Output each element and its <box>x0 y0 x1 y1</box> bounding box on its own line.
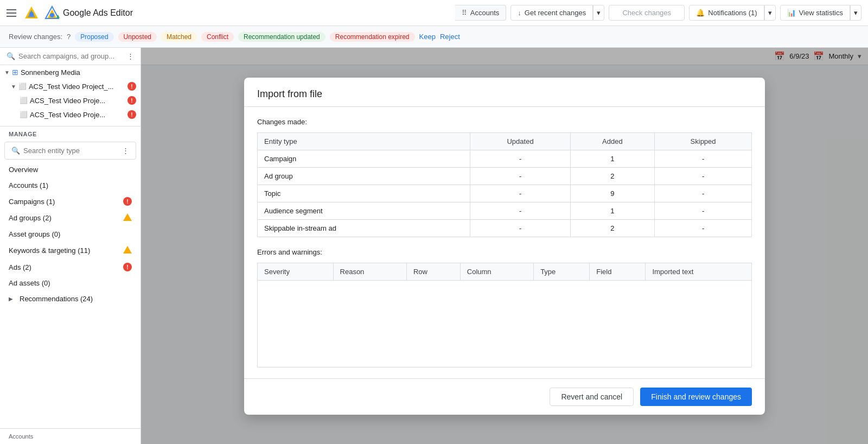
table-row: Campaign - 1 - <box>258 150 752 167</box>
view-statistics-button[interactable]: 📊 View statistics <box>780 5 850 21</box>
modal-overlay: Import from file Changes made: Entity ty… <box>141 48 868 444</box>
search-campaigns-input[interactable] <box>18 52 124 60</box>
chart-icon: 📊 <box>787 9 796 17</box>
ads-error-badge: ! <box>123 263 132 271</box>
chip-matched[interactable]: Matched <box>161 32 197 42</box>
google-ads-logo <box>24 5 39 21</box>
updated-cell: - <box>470 150 570 167</box>
tree-label-sonnenberg: Sonnenberg Media <box>21 68 136 77</box>
modal-body: Changes made: Entity type Updated Added … <box>244 107 765 378</box>
nav-ad-assets[interactable]: Ad assets (0) <box>0 275 141 291</box>
get-recent-changes-button[interactable]: ↓ Get recent changes <box>510 5 593 21</box>
tree-expand-icon: ▼ <box>4 69 10 75</box>
app-title: Google Ads Editor <box>43 4 133 22</box>
changes-section-label: Changes made: <box>257 118 752 126</box>
entity-more-icon[interactable]: ⋮ <box>122 147 129 155</box>
added-cell: 9 <box>570 185 655 202</box>
keep-button[interactable]: Keep <box>419 33 436 41</box>
added-cell: 2 <box>570 219 655 237</box>
search-icon: 🔍 <box>7 52 15 60</box>
more-options-icon[interactable]: ⋮ <box>127 52 134 60</box>
nav-overview[interactable]: Overview <box>0 162 141 177</box>
nav-keywords[interactable]: Keywords & targeting (11) <box>0 242 141 259</box>
download-icon: ↓ <box>518 9 521 17</box>
skipped-cell: - <box>655 185 752 202</box>
search-entity-input[interactable] <box>23 147 119 155</box>
nav-ad-assets-label: Ad assets (0) <box>9 279 132 287</box>
campaigns-error-badge: ! <box>123 197 132 206</box>
col-field: Field <box>590 263 646 280</box>
review-label: Review changes: <box>9 33 62 41</box>
chip-conflict[interactable]: Conflict <box>201 32 234 42</box>
bell-icon: 🔔 <box>696 9 705 17</box>
import-modal: Import from file Changes made: Entity ty… <box>244 78 765 415</box>
revert-cancel-button[interactable]: Revert and cancel <box>550 388 634 406</box>
added-cell: 1 <box>570 202 655 219</box>
nav-accounts[interactable]: Accounts (1) <box>0 177 141 193</box>
account-icon: ⊞ <box>12 68 18 77</box>
added-cell: 1 <box>570 150 655 167</box>
nav-adgroups[interactable]: Ad groups (2) <box>0 210 141 226</box>
accounts-button[interactable]: ⠿ Accounts <box>455 5 506 21</box>
nav-ads[interactable]: Ads (2) ! <box>0 259 141 275</box>
review-bar: Review changes: ? Proposed Unposted Matc… <box>0 26 868 48</box>
adgroups-warning-badge <box>123 213 132 221</box>
updated-cell: - <box>470 202 570 219</box>
entity-search-container: 🔍 ⋮ <box>4 142 136 160</box>
updated-cell: - <box>470 185 570 202</box>
col-reason: Reason <box>333 263 406 280</box>
adgroup-icon2: ⬜ <box>20 111 28 118</box>
expand-icon: ▶ <box>9 296 13 302</box>
col-type: Type <box>534 263 590 280</box>
nav-overview-label: Overview <box>9 166 132 174</box>
reject-button[interactable]: Reject <box>440 33 460 41</box>
view-statistics-group: 📊 View statistics ▾ <box>780 5 861 21</box>
entity-cell: Audience segment <box>258 202 470 219</box>
nav-asset-groups[interactable]: Asset groups (0) <box>0 226 141 242</box>
entity-cell: Topic <box>258 185 470 202</box>
nav-campaigns[interactable]: Campaigns (1) ! <box>0 193 141 210</box>
help-icon[interactable]: ? <box>67 33 71 41</box>
entity-cell: Ad group <box>258 167 470 185</box>
table-row: Skippable in-stream ad - 2 - <box>258 219 752 237</box>
table-row: Topic - 9 - <box>258 185 752 202</box>
col-severity: Severity <box>258 263 334 280</box>
notifications-group: 🔔 Notifications (1) ▾ <box>689 5 775 21</box>
get-recent-changes-dropdown[interactable]: ▾ <box>593 5 604 21</box>
chip-proposed[interactable]: Proposed <box>75 32 113 42</box>
nav-recommendations-label: Recommendations (24) <box>20 295 132 303</box>
nav-keywords-label: Keywords & targeting (11) <box>9 246 119 255</box>
tree-label-acs-campaign: ACS_Test Video Project_... <box>29 83 125 91</box>
notifications-dropdown[interactable]: ▾ <box>764 5 776 21</box>
table-row: Audience segment - 1 - <box>258 202 752 219</box>
col-updated: Updated <box>470 132 570 150</box>
chip-unposted[interactable]: Unposted <box>118 32 157 42</box>
updated-cell: - <box>470 167 570 185</box>
content-area: 📅 6/9/23 📅 Monthly ▾ Import from file Ch… <box>141 48 868 444</box>
svg-point-8 <box>50 13 54 17</box>
chip-rec-expired[interactable]: Recommendation expired <box>330 32 415 42</box>
errors-empty-row <box>258 280 752 367</box>
notifications-button[interactable]: 🔔 Notifications (1) <box>689 5 764 21</box>
table-row: Ad group - 2 - <box>258 167 752 185</box>
col-imported-text: Imported text <box>646 263 752 280</box>
chip-rec-updated[interactable]: Recommendation updated <box>238 32 326 42</box>
finish-review-button[interactable]: Finish and review changes <box>640 388 752 406</box>
nav-recommendations[interactable]: ▶ Recommendations (24) <box>0 291 141 307</box>
tree-item-acs-adgroup1[interactable]: ⬜ ACS_Test Video Proje... ! <box>0 93 141 107</box>
tree-item-acs-adgroup2[interactable]: ⬜ ACS_Test Video Proje... ! <box>0 107 141 122</box>
tree-label-acs-adgroup2: ACS_Test Video Proje... <box>30 111 125 119</box>
tree-item-sonnenberg[interactable]: ▼ ⊞ Sonnenberg Media <box>0 65 141 79</box>
campaign-error-badge: ! <box>127 82 136 91</box>
manage-section-title: MANAGE <box>0 126 141 139</box>
menu-icon[interactable] <box>7 7 20 20</box>
check-changes-button[interactable]: Check changes <box>609 5 685 21</box>
sidebar: 🔍 ⋮ ▼ ⊞ Sonnenberg Media ▼ ⬜ ACS_Test Vi… <box>0 48 141 444</box>
errors-table: Severity Reason Row Column Type Field Im… <box>257 263 752 367</box>
view-statistics-dropdown[interactable]: ▾ <box>850 5 861 21</box>
app-name: Google Ads Editor <box>63 8 133 18</box>
nav-asset-groups-label: Asset groups (0) <box>9 230 132 238</box>
accounts-btn-group: ⠿ Accounts <box>455 5 506 21</box>
tree-item-acs-campaign[interactable]: ▼ ⬜ ACS_Test Video Project_... ! <box>0 79 141 93</box>
col-column: Column <box>460 263 533 280</box>
